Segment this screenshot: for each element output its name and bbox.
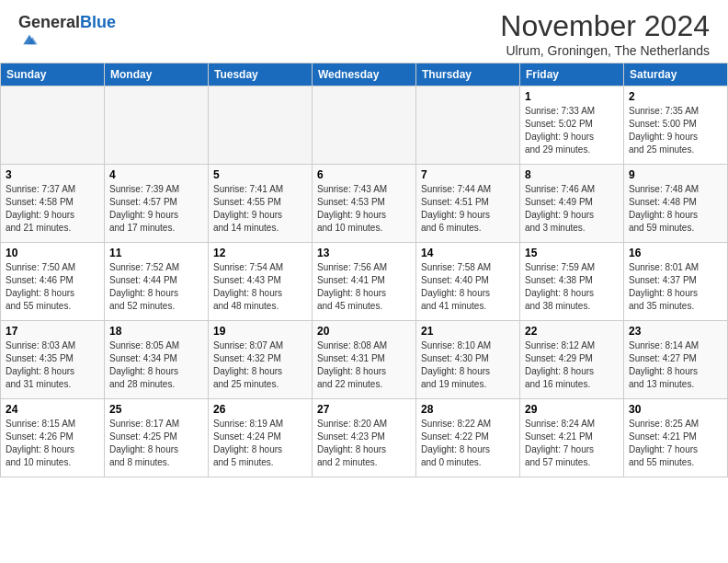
day-number: 30 (629, 403, 722, 416)
calendar-week-row: 1Sunrise: 7:33 AM Sunset: 5:02 PM Daylig… (1, 86, 728, 165)
calendar-day-header: Wednesday (313, 63, 416, 86)
day-number: 15 (525, 247, 619, 259)
calendar-day-cell: 9Sunrise: 7:48 AM Sunset: 4:48 PM Daylig… (624, 165, 728, 243)
day-number: 21 (421, 325, 515, 338)
calendar-day-cell: 10Sunrise: 7:50 AM Sunset: 4:46 PM Dayli… (1, 243, 105, 321)
title-block: November 2024 Ulrum, Groningen, The Neth… (500, 9, 710, 58)
calendar-day-header: Saturday (624, 63, 728, 86)
logo: GeneralBlue (18, 14, 116, 49)
day-info: Sunrise: 8:24 AM Sunset: 4:21 PM Dayligh… (525, 418, 619, 469)
calendar-table: SundayMondayTuesdayWednesdayThursdayFrid… (0, 63, 728, 477)
calendar-day-cell (209, 86, 313, 165)
day-number: 16 (629, 247, 722, 259)
day-info: Sunrise: 8:05 AM Sunset: 4:34 PM Dayligh… (109, 339, 203, 391)
calendar-day-cell: 3Sunrise: 7:37 AM Sunset: 4:58 PM Daylig… (1, 165, 105, 243)
day-number: 17 (6, 325, 99, 338)
day-number: 29 (525, 403, 619, 416)
day-info: Sunrise: 7:48 AM Sunset: 4:48 PM Dayligh… (629, 183, 722, 235)
calendar-day-cell: 30Sunrise: 8:25 AM Sunset: 4:21 PM Dayli… (624, 399, 728, 477)
calendar-day-cell: 25Sunrise: 8:17 AM Sunset: 4:25 PM Dayli… (105, 399, 209, 477)
calendar-day-cell (105, 86, 209, 165)
day-info: Sunrise: 7:39 AM Sunset: 4:57 PM Dayligh… (109, 183, 203, 235)
calendar-day-cell: 17Sunrise: 8:03 AM Sunset: 4:35 PM Dayli… (1, 321, 105, 399)
calendar-day-cell (313, 86, 416, 165)
day-info: Sunrise: 7:59 AM Sunset: 4:38 PM Dayligh… (525, 261, 619, 313)
logo-icon (20, 30, 39, 49)
calendar-day-header: Tuesday (209, 63, 313, 86)
day-number: 3 (6, 168, 99, 181)
day-info: Sunrise: 7:37 AM Sunset: 4:58 PM Dayligh… (6, 183, 99, 235)
day-number: 10 (6, 247, 99, 259)
day-info: Sunrise: 8:01 AM Sunset: 4:37 PM Dayligh… (629, 261, 722, 313)
calendar-day-cell: 29Sunrise: 8:24 AM Sunset: 4:21 PM Dayli… (520, 399, 624, 477)
day-number: 2 (629, 90, 722, 103)
calendar-day-cell: 23Sunrise: 8:14 AM Sunset: 4:27 PM Dayli… (624, 321, 728, 399)
calendar-day-cell: 12Sunrise: 7:54 AM Sunset: 4:43 PM Dayli… (209, 243, 313, 321)
day-info: Sunrise: 7:33 AM Sunset: 5:02 PM Dayligh… (525, 105, 619, 156)
calendar-day-cell: 8Sunrise: 7:46 AM Sunset: 4:49 PM Daylig… (520, 165, 624, 243)
day-info: Sunrise: 7:41 AM Sunset: 4:55 PM Dayligh… (213, 183, 307, 235)
day-number: 20 (317, 325, 411, 338)
day-info: Sunrise: 8:10 AM Sunset: 4:30 PM Dayligh… (421, 339, 515, 391)
day-number: 9 (629, 168, 722, 181)
day-info: Sunrise: 8:19 AM Sunset: 4:24 PM Dayligh… (213, 418, 307, 469)
day-info: Sunrise: 8:22 AM Sunset: 4:22 PM Dayligh… (421, 418, 515, 469)
calendar-day-cell: 24Sunrise: 8:15 AM Sunset: 4:26 PM Dayli… (1, 399, 105, 477)
day-number: 28 (421, 403, 515, 416)
calendar-day-cell: 26Sunrise: 8:19 AM Sunset: 4:24 PM Dayli… (209, 399, 313, 477)
calendar-day-header: Friday (520, 63, 624, 86)
calendar-day-cell: 16Sunrise: 8:01 AM Sunset: 4:37 PM Dayli… (624, 243, 728, 321)
day-number: 23 (629, 325, 722, 338)
logo-general-text: General (18, 13, 80, 31)
day-info: Sunrise: 8:25 AM Sunset: 4:21 PM Dayligh… (629, 418, 722, 469)
month-title: November 2024 (500, 9, 710, 43)
day-number: 13 (317, 247, 411, 259)
calendar-day-cell: 6Sunrise: 7:43 AM Sunset: 4:53 PM Daylig… (313, 165, 416, 243)
calendar-day-cell: 19Sunrise: 8:07 AM Sunset: 4:32 PM Dayli… (209, 321, 313, 399)
day-number: 26 (213, 403, 307, 416)
day-info: Sunrise: 7:46 AM Sunset: 4:49 PM Dayligh… (525, 183, 619, 235)
calendar-body: 1Sunrise: 7:33 AM Sunset: 5:02 PM Daylig… (1, 86, 728, 477)
calendar-day-cell: 20Sunrise: 8:08 AM Sunset: 4:31 PM Dayli… (313, 321, 416, 399)
day-info: Sunrise: 8:07 AM Sunset: 4:32 PM Dayligh… (213, 339, 307, 391)
day-info: Sunrise: 7:56 AM Sunset: 4:41 PM Dayligh… (317, 261, 411, 313)
calendar-day-cell: 2Sunrise: 7:35 AM Sunset: 5:00 PM Daylig… (624, 86, 728, 165)
location-subtitle: Ulrum, Groningen, The Netherlands (500, 43, 710, 58)
day-info: Sunrise: 8:15 AM Sunset: 4:26 PM Dayligh… (6, 418, 99, 469)
day-number: 19 (213, 325, 307, 338)
calendar-day-cell: 11Sunrise: 7:52 AM Sunset: 4:44 PM Dayli… (105, 243, 209, 321)
day-number: 27 (317, 403, 411, 416)
day-number: 14 (421, 247, 515, 259)
day-number: 11 (109, 247, 203, 259)
calendar-day-cell: 1Sunrise: 7:33 AM Sunset: 5:02 PM Daylig… (520, 86, 624, 165)
calendar-day-cell: 28Sunrise: 8:22 AM Sunset: 4:22 PM Dayli… (416, 399, 520, 477)
calendar-day-cell (416, 86, 520, 165)
calendar-day-cell: 18Sunrise: 8:05 AM Sunset: 4:34 PM Dayli… (105, 321, 209, 399)
day-number: 5 (213, 168, 307, 181)
calendar-day-header: Thursday (416, 63, 520, 86)
page-header: GeneralBlue November 2024 Ulrum, Groning… (0, 0, 728, 63)
calendar-day-cell: 7Sunrise: 7:44 AM Sunset: 4:51 PM Daylig… (416, 165, 520, 243)
calendar-header-row: SundayMondayTuesdayWednesdayThursdayFrid… (1, 63, 728, 86)
day-number: 25 (109, 403, 203, 416)
day-number: 1 (525, 90, 619, 103)
calendar-day-cell: 13Sunrise: 7:56 AM Sunset: 4:41 PM Dayli… (313, 243, 416, 321)
day-info: Sunrise: 7:44 AM Sunset: 4:51 PM Dayligh… (421, 183, 515, 235)
logo-blue-text: Blue (80, 13, 116, 31)
calendar-day-header: Sunday (1, 63, 105, 86)
calendar-day-cell: 4Sunrise: 7:39 AM Sunset: 4:57 PM Daylig… (105, 165, 209, 243)
day-info: Sunrise: 8:17 AM Sunset: 4:25 PM Dayligh… (109, 418, 203, 469)
calendar-day-header: Monday (105, 63, 209, 86)
calendar-week-row: 3Sunrise: 7:37 AM Sunset: 4:58 PM Daylig… (1, 165, 728, 243)
day-number: 24 (6, 403, 99, 416)
calendar-week-row: 10Sunrise: 7:50 AM Sunset: 4:46 PM Dayli… (1, 243, 728, 321)
day-info: Sunrise: 8:08 AM Sunset: 4:31 PM Dayligh… (317, 339, 411, 391)
day-number: 18 (109, 325, 203, 338)
day-info: Sunrise: 7:58 AM Sunset: 4:40 PM Dayligh… (421, 261, 515, 313)
day-info: Sunrise: 7:43 AM Sunset: 4:53 PM Dayligh… (317, 183, 411, 235)
day-number: 7 (421, 168, 515, 181)
day-info: Sunrise: 8:20 AM Sunset: 4:23 PM Dayligh… (317, 418, 411, 469)
day-info: Sunrise: 7:35 AM Sunset: 5:00 PM Dayligh… (629, 105, 722, 156)
calendar-day-cell: 14Sunrise: 7:58 AM Sunset: 4:40 PM Dayli… (416, 243, 520, 321)
day-info: Sunrise: 7:52 AM Sunset: 4:44 PM Dayligh… (109, 261, 203, 313)
